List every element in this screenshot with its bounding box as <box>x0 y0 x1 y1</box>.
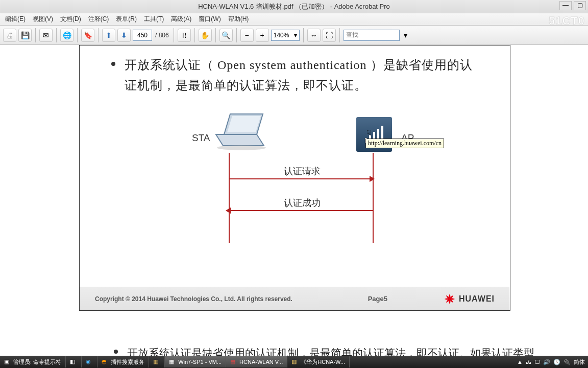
arrow-success <box>230 210 373 211</box>
menu-tool[interactable]: 工具(T) <box>141 14 167 25</box>
vmware-icon: ▦ <box>169 358 176 365</box>
zoom-in-icon[interactable]: + <box>256 29 269 42</box>
envelope-icon[interactable]: ✉ <box>39 29 53 42</box>
task-explorer[interactable]: ▥ <box>149 356 165 367</box>
maximize-button[interactable]: ▢ <box>574 1 586 10</box>
menu-comment[interactable]: 注释(C) <box>85 14 112 25</box>
folder-icon: ▥ <box>153 358 160 365</box>
zoom-out-icon[interactable]: − <box>240 29 254 42</box>
task-firefox[interactable]: ◓插件搜索服务 <box>97 356 149 367</box>
task-pdf[interactable]: ▤HCNA-WLAN V... <box>226 356 287 367</box>
find-dropdown-icon[interactable]: ▾ <box>402 29 410 42</box>
menu-document[interactable]: 文档(D) <box>57 14 84 25</box>
folder-icon: ▥ <box>291 358 299 365</box>
msg-auth-request: 认证请求 <box>284 165 321 177</box>
print-icon[interactable]: 🖨 <box>3 29 16 42</box>
slide-footer: Copyright © 2014 Huawei Technologies Co.… <box>80 287 510 310</box>
page-number-input[interactable] <box>133 30 152 41</box>
svg-point-3 <box>217 145 266 150</box>
pdf-icon: ▤ <box>230 358 237 365</box>
menu-window[interactable]: 窗口(W) <box>195 14 224 25</box>
bookmark-icon[interactable]: 🔖 <box>81 29 94 42</box>
task-folder[interactable]: ▥《华为HCNA-W... <box>287 356 350 367</box>
task-vm[interactable]: ▦Win7-SP1 - VM... <box>165 356 226 367</box>
document-viewport[interactable]: learning.huawei.co 开放系统认证（ Open system a… <box>0 45 588 356</box>
task-browser[interactable]: ◉ <box>82 356 97 367</box>
url-tooltip: http://learning.huawei.com/cn <box>365 139 444 148</box>
fit-page-icon[interactable]: ⛶ <box>323 29 336 42</box>
arrow-request <box>230 178 373 179</box>
bullet-icon <box>114 350 118 354</box>
cmd-icon: ▣ <box>4 358 11 365</box>
msg-auth-success: 认证成功 <box>284 197 321 209</box>
save-icon[interactable]: 💾 <box>18 29 32 42</box>
window-title: HCNA-WLAN V1.6 培训教材.pdf （已加密） - Adobe Ac… <box>198 2 390 11</box>
huawei-flower-icon <box>444 293 456 305</box>
page-down-icon[interactable]: ⬇ <box>117 29 131 42</box>
main-toolbar: 🖨 💾 ✉ 🌐 🔖 ⬆ ⬇ / 806 I⁞ ✋ 🔍 − + 140%▾ ↔ ⛶… <box>0 26 588 45</box>
tray-icon[interactable]: ▲ <box>517 359 523 365</box>
hand-tool-icon[interactable]: ✋ <box>199 29 212 42</box>
network-icon[interactable]: 🖧 <box>526 359 531 365</box>
ime-indicator[interactable]: 简体 <box>574 358 585 366</box>
auth-diagram: STA AP ☟ http://learning.huawei.com/cn <box>111 116 479 259</box>
slide-bullet-text: 开放系统认证（ Open system authentication ）是缺省使… <box>125 55 479 96</box>
menu-advanced[interactable]: 高级(A) <box>168 14 194 25</box>
lifeline-ap <box>373 153 374 243</box>
text-select-icon[interactable]: I⁞ <box>178 29 191 42</box>
firefox-icon: ◓ <box>102 358 109 365</box>
description-text: 开放系统认证是缺省使用的认证机制，是最简单的认证算法，即不认证。如果认证类型 <box>127 344 534 356</box>
page-up-icon[interactable]: ⬆ <box>102 29 115 42</box>
link-icon[interactable]: 🌐 <box>60 29 74 42</box>
hand-cursor-icon: ☟ <box>366 128 372 138</box>
page-total-label: / 806 <box>155 32 169 39</box>
svg-marker-1 <box>227 116 261 132</box>
huawei-text: HUAWEI <box>459 294 495 304</box>
corner-watermark: 51CT0 <box>549 14 585 28</box>
zoom-select[interactable]: 140%▾ <box>271 30 300 41</box>
svg-marker-2 <box>216 134 264 146</box>
clock-icon[interactable]: 🕓 <box>553 359 560 365</box>
menu-help[interactable]: 帮助(H) <box>225 14 252 25</box>
arrowhead-left-icon <box>226 208 231 214</box>
copyright-text: Copyright © 2014 Huawei Technologies Co.… <box>95 295 368 303</box>
fit-width-icon[interactable]: ↔ <box>307 29 321 42</box>
slide-page-number: Page5 <box>368 295 387 303</box>
task-cmd[interactable]: ▣管理员: 命令提示符 <box>0 356 66 367</box>
window-titlebar: HCNA-WLAN V1.6 培训教材.pdf （已加密） - Adobe Ac… <box>0 0 588 13</box>
display-icon[interactable]: 🖵 <box>534 359 540 365</box>
globe-icon: ◉ <box>86 358 93 365</box>
menu-edit[interactable]: 编辑(E) <box>2 14 29 25</box>
bullet-icon <box>111 62 115 66</box>
huawei-logo: HUAWEI <box>444 293 495 305</box>
find-input[interactable]: 查找 <box>344 30 400 41</box>
description-block: 开放系统认证是缺省使用的认证机制，是最简单的认证算法，即不认证。如果认证类型 <box>79 331 510 356</box>
marquee-zoom-icon[interactable]: 🔍 <box>219 29 233 42</box>
slide-page: 开放系统认证（ Open system authentication ）是缺省使… <box>79 45 510 311</box>
power-icon[interactable]: 🔌 <box>564 359 571 365</box>
sta-label: STA <box>192 132 210 144</box>
system-tray[interactable]: ▲ 🖧 🖵 🔊 🕓 🔌 简体 <box>514 358 588 366</box>
menu-form[interactable]: 表单(R) <box>113 14 140 25</box>
menu-view[interactable]: 视图(V) <box>30 14 56 25</box>
volume-icon[interactable]: 🔊 <box>543 359 550 365</box>
arrowhead-right-icon <box>370 176 375 182</box>
minimize-button[interactable]: — <box>559 1 572 10</box>
lifeline-sta <box>229 153 230 243</box>
menu-bar: 编辑(E) 视图(V) 文档(D) 注释(C) 表单(R) 工具(T) 高级(A… <box>0 13 588 26</box>
app-icon: ◧ <box>70 358 77 365</box>
laptop-icon <box>211 112 267 152</box>
task-app1[interactable]: ◧ <box>66 356 82 367</box>
windows-taskbar: ▣管理员: 命令提示符 ◧ ◉ ◓插件搜索服务 ▥ ▦Win7-SP1 - VM… <box>0 356 588 368</box>
